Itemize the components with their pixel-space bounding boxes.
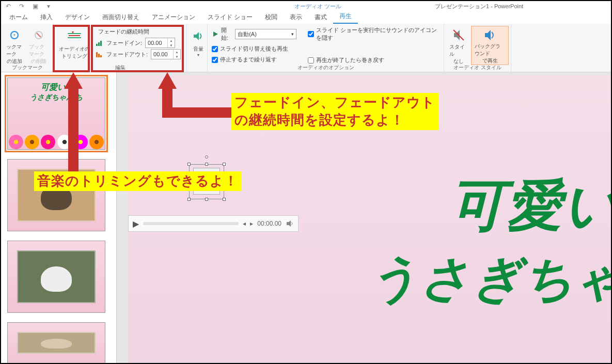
- start-label: 開始:: [221, 26, 233, 42]
- group-label-style: オーディオ スタイル: [444, 64, 511, 71]
- thumbnail-panel[interactable]: 可愛い❤ うさぎちゃん ち: [1, 72, 117, 363]
- app-title: プレゼンテーション1 - PowerPoint: [435, 3, 523, 10]
- slide-thumbnail-2[interactable]: [7, 159, 105, 231]
- rabbit-image-placeholder: [17, 332, 96, 354]
- play-icon[interactable]: ▶: [133, 219, 139, 229]
- tab-design[interactable]: デザイン: [59, 11, 96, 24]
- loop-checkbox[interactable]: 停止するまで繰り返す: [210, 55, 299, 64]
- group-label-edit: 編集: [54, 64, 186, 71]
- annotation-fade: フェードイン、フェードアウト の継続時間を設定するよ！: [231, 93, 438, 130]
- volume-icon: [193, 28, 204, 44]
- svg-marker-17: [485, 30, 491, 40]
- contextual-tool-tab: オーディオ ツール: [290, 3, 346, 10]
- svg-marker-14: [213, 31, 218, 37]
- svg-rect-8: [98, 42, 100, 46]
- fade-duration-header: フェードの継続時間: [96, 27, 181, 37]
- slide-title-line-1: 可愛い: [449, 168, 611, 244]
- tab-slideshow[interactable]: スライド ショー: [201, 11, 259, 24]
- across-slides-checkbox[interactable]: スライド切り替え後も再生: [210, 44, 299, 53]
- svg-rect-10: [96, 52, 98, 57]
- spinner-down-icon[interactable]: ▼: [168, 43, 175, 48]
- tab-review[interactable]: 校閲: [259, 11, 284, 24]
- group-label-bookmark: ブックマーク: [1, 64, 53, 71]
- hide-icon-checkbox[interactable]: スライド ショーを実行中にサウンドのアイコンを隠す: [306, 26, 442, 42]
- bookmark-remove-button[interactable]: ブックマーク の削除: [26, 26, 51, 65]
- spinner-up-icon[interactable]: ▲: [174, 50, 180, 54]
- tab-playback[interactable]: 再生: [333, 10, 358, 24]
- no-style-icon: [452, 28, 465, 42]
- tab-format[interactable]: 書式: [308, 11, 333, 24]
- svg-rect-11: [98, 54, 100, 57]
- tab-animations[interactable]: アニメーション: [146, 11, 201, 24]
- bookmark-remove-icon: [34, 28, 44, 42]
- spinner-up-icon[interactable]: ▲: [168, 38, 175, 43]
- svg-text:+: +: [13, 33, 15, 38]
- time-display: 00:00.00: [257, 220, 281, 227]
- qat-dropdown-icon[interactable]: ▾: [43, 2, 54, 10]
- tab-home[interactable]: ホーム: [3, 11, 34, 24]
- slide-thumbnail-4[interactable]: [7, 322, 105, 363]
- qat-undo-icon[interactable]: ↶: [3, 2, 13, 10]
- skip-back-icon[interactable]: ◂: [243, 220, 246, 227]
- skip-forward-icon[interactable]: ▸: [250, 220, 253, 227]
- spinner-down-icon[interactable]: ▼: [174, 54, 180, 59]
- mute-icon[interactable]: [286, 219, 294, 228]
- tab-view[interactable]: 表示: [284, 11, 308, 24]
- fade-in-icon: [96, 40, 103, 46]
- trim-audio-button[interactable]: オーディオの トリミング: [56, 26, 93, 65]
- trim-audio-icon: [67, 28, 82, 44]
- fade-in-input[interactable]: 00.00 ▲▼: [145, 38, 175, 48]
- flower-decoration: [8, 118, 105, 149]
- bookmark-add-button[interactable]: + ックマーク の追加: [3, 26, 26, 65]
- tab-transitions[interactable]: 画面切り替え: [96, 11, 146, 24]
- fade-out-icon: [96, 51, 103, 57]
- audio-player-bar[interactable]: ▶ ◂ ▸ 00:00.00: [128, 215, 299, 232]
- annotation-trim: 音楽のトリミングもできるよ！: [34, 171, 241, 191]
- arrow-to-trim: [64, 72, 83, 177]
- dropdown-icon: ▾: [197, 53, 199, 57]
- svg-rect-12: [100, 55, 102, 57]
- tab-insert[interactable]: 挿入: [34, 11, 59, 24]
- ribbon: + ックマーク の追加 ブックマーク の削除 ブックマーク オーディオの: [1, 24, 611, 72]
- dropdown-icon: ▾: [291, 31, 294, 37]
- background-play-button[interactable]: バックグラウンド で再生: [471, 26, 509, 65]
- qat-start-icon[interactable]: ▣: [30, 2, 40, 10]
- fade-out-label: フェードアウト:: [106, 51, 148, 58]
- ribbon-tabs: ホーム 挿入 デザイン 画面切り替え アニメーション スライド ショー 校閲 表…: [1, 11, 611, 24]
- no-style-button[interactable]: スタイル なし: [446, 26, 471, 65]
- background-play-icon: [483, 28, 497, 42]
- rabbit-image-placeholder: [17, 250, 96, 303]
- bookmark-add-icon: +: [9, 28, 20, 42]
- start-icon: [212, 30, 219, 38]
- svg-marker-19: [287, 220, 291, 227]
- group-label-options: オーディオのオプション: [208, 64, 444, 71]
- seek-track[interactable]: [143, 222, 239, 225]
- slide-title-line-2: うさぎちゃ: [368, 246, 611, 313]
- svg-rect-9: [100, 41, 102, 46]
- slide-thumbnail-3[interactable]: [7, 241, 105, 313]
- rewind-checkbox[interactable]: 再生が終了したら巻き戻す: [306, 56, 442, 65]
- slide-thumbnail-1[interactable]: 可愛い❤ うさぎちゃん ち: [7, 77, 105, 150]
- svg-line-3: [37, 33, 41, 37]
- svg-rect-7: [96, 44, 98, 46]
- arrow-to-fade: [158, 72, 232, 118]
- qat-redo-icon[interactable]: ↷: [17, 2, 27, 10]
- svg-marker-13: [194, 32, 199, 40]
- fade-out-input[interactable]: 00.00 ▲▼: [151, 49, 181, 59]
- start-select[interactable]: 自動(A) ▾: [235, 29, 296, 39]
- fade-in-label: フェードイン:: [106, 39, 142, 47]
- volume-button[interactable]: 音量 ▾: [189, 26, 208, 65]
